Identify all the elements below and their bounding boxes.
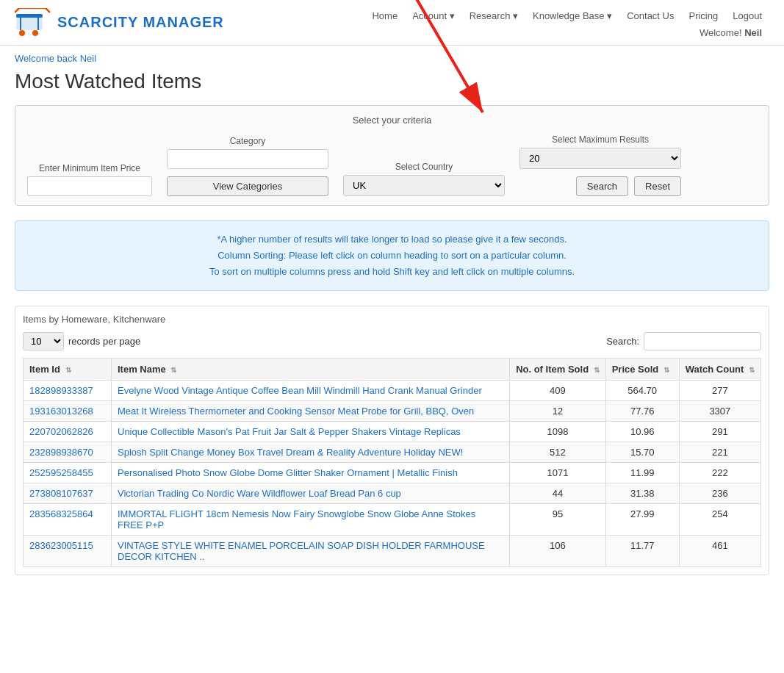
- col-header-sold[interactable]: No. of Item Sold ⇅: [510, 359, 606, 381]
- table-row: 283568325864 IMMORTAL FLIGHT 18cm Nemesi…: [24, 504, 761, 536]
- svg-point-5: [32, 30, 38, 36]
- item-name-link[interactable]: VINTAGE STYLE WHITE ENAMEL PORCELAIN SOA…: [118, 540, 485, 562]
- search-label: Search:: [606, 336, 639, 347]
- min-price-label: Enter Minimum Item Price: [27, 163, 152, 173]
- item-id-link[interactable]: 220702062826: [29, 426, 93, 437]
- search-button[interactable]: Search: [576, 176, 628, 196]
- cell-watch: 277: [679, 381, 760, 401]
- cell-name: Personalised Photo Snow Globe Dome Glitt…: [112, 463, 510, 483]
- country-field: Select Country UK US AU CA DE FR: [343, 162, 505, 196]
- cell-name: Evelyne Wood Vintage Antique Coffee Bean…: [112, 381, 510, 401]
- cell-sold: 12: [510, 401, 606, 422]
- item-name-link[interactable]: Personalised Photo Snow Globe Dome Glitt…: [118, 467, 458, 478]
- item-id-link[interactable]: 193163013268: [29, 406, 93, 417]
- col-header-watch[interactable]: Watch Count ⇅: [679, 359, 760, 381]
- cell-watch: 461: [679, 536, 760, 567]
- country-label: Select Country: [343, 162, 505, 172]
- sort-arrows-id: ⇅: [65, 366, 71, 374]
- nav-research[interactable]: Research ▾: [462, 4, 525, 27]
- logo-icon: [15, 8, 51, 37]
- item-name-link[interactable]: IMMORTAL FLIGHT 18cm Nemesis Now Fairy S…: [118, 508, 475, 530]
- item-name-link[interactable]: Evelyne Wood Vintage Antique Coffee Bean…: [118, 385, 482, 396]
- country-select[interactable]: UK US AU CA DE FR: [343, 175, 505, 196]
- col-header-id[interactable]: Item Id ⇅: [24, 359, 112, 381]
- criteria-title: Select your criteria: [27, 115, 757, 126]
- cell-sold: 106: [510, 536, 606, 567]
- cell-price: 27.99: [605, 504, 679, 536]
- category-input[interactable]: Homeware, Kitchenware: [167, 149, 328, 169]
- reset-button[interactable]: Reset: [634, 176, 681, 196]
- cell-watch: 236: [679, 483, 760, 504]
- item-id-link[interactable]: 283568325864: [29, 508, 93, 519]
- svg-rect-1: [16, 14, 43, 18]
- records-per-page-select[interactable]: 10 25 50 100: [23, 332, 64, 350]
- item-id-link[interactable]: 273808107637: [29, 488, 93, 499]
- cell-name: Unique Collectible Mason's Pat Fruit Jar…: [112, 422, 510, 442]
- cell-watch: 221: [679, 442, 760, 463]
- category-label: Category: [167, 136, 328, 146]
- cell-id: 232898938670: [24, 442, 112, 463]
- table-label: Items by Homeware, Kitchenware: [23, 314, 761, 325]
- table-row: 283623005115 VINTAGE STYLE WHITE ENAMEL …: [24, 536, 761, 567]
- kb-dropdown-icon: ▾: [607, 10, 612, 21]
- col-header-name[interactable]: Item Name ⇅: [112, 359, 510, 381]
- cell-watch: 3307: [679, 401, 760, 422]
- item-id-link[interactable]: 283623005115: [29, 540, 93, 551]
- records-per-page: 10 25 50 100 records per page: [23, 332, 140, 350]
- max-results-select[interactable]: 10 20 50 100: [519, 148, 681, 169]
- cell-id: 220702062826: [24, 422, 112, 442]
- nav-home[interactable]: Home: [364, 4, 405, 27]
- cell-sold: 409: [510, 381, 606, 401]
- welcome-message: Welcome! Neil: [700, 27, 769, 41]
- max-results-label: Select Maximum Results: [519, 134, 681, 145]
- nav-logout[interactable]: Logout: [725, 4, 769, 27]
- nav-account[interactable]: Account ▾: [405, 4, 462, 27]
- cell-name: Splosh Split Change Money Box Travel Dre…: [112, 442, 510, 463]
- cell-price: 11.77: [605, 536, 679, 567]
- table-row: 273808107637 Victorian Trading Co Nordic…: [24, 483, 761, 504]
- cell-id: 252595258455: [24, 463, 112, 483]
- table-search-input[interactable]: [644, 332, 761, 350]
- cell-name: IMMORTAL FLIGHT 18cm Nemesis Now Fairy S…: [112, 504, 510, 536]
- sort-arrows-watch: ⇅: [749, 366, 755, 374]
- item-name-link[interactable]: Unique Collectible Mason's Pat Fruit Jar…: [118, 426, 461, 437]
- cell-name: VINTAGE STYLE WHITE ENAMEL PORCELAIN SOA…: [112, 536, 510, 567]
- cell-price: 10.96: [605, 422, 679, 442]
- item-id-link[interactable]: 182898933387: [29, 385, 93, 396]
- cell-watch: 291: [679, 422, 760, 442]
- item-name-link[interactable]: Splosh Split Change Money Box Travel Dre…: [118, 447, 463, 458]
- cell-watch: 254: [679, 504, 760, 536]
- records-per-page-label: records per page: [68, 336, 140, 347]
- item-id-link[interactable]: 232898938670: [29, 447, 93, 458]
- cell-name: Meat It Wireless Thermometer and Cooking…: [112, 401, 510, 422]
- cell-id: 193163013268: [24, 401, 112, 422]
- cell-price: 15.70: [605, 442, 679, 463]
- username: Neil: [744, 27, 762, 38]
- item-id-link[interactable]: 252595258455: [29, 467, 93, 478]
- cell-price: 31.38: [605, 483, 679, 504]
- research-dropdown-icon: ▾: [513, 10, 518, 21]
- table-row: 220702062826 Unique Collectible Mason's …: [24, 422, 761, 442]
- item-name-link[interactable]: Meat It Wireless Thermometer and Cooking…: [118, 406, 474, 417]
- data-table: Item Id ⇅ Item Name ⇅ No. of Item Sold ⇅…: [23, 358, 761, 567]
- max-results-field: Select Maximum Results 10 20 50 100: [519, 134, 681, 196]
- sort-arrows-name: ⇅: [170, 366, 176, 374]
- table-controls: 10 25 50 100 records per page Search:: [23, 332, 761, 350]
- cell-id: 273808107637: [24, 483, 112, 504]
- cell-id: 283568325864: [24, 504, 112, 536]
- welcome-back-link[interactable]: Welcome back Neil: [15, 53, 769, 64]
- table-section: Items by Homeware, Kitchenware 10 25 50 …: [15, 306, 769, 575]
- cell-sold: 1071: [510, 463, 606, 483]
- nav-knowledge-base[interactable]: Knowledge Base ▾: [525, 4, 619, 27]
- col-header-price[interactable]: Price Sold ⇅: [605, 359, 679, 381]
- view-categories-button[interactable]: View Categories: [167, 176, 328, 196]
- table-row: 252595258455 Personalised Photo Snow Glo…: [24, 463, 761, 483]
- min-price-input[interactable]: 10: [27, 176, 152, 196]
- item-name-link[interactable]: Victorian Trading Co Nordic Ware Wildflo…: [118, 488, 401, 499]
- nav-pricing[interactable]: Pricing: [681, 4, 725, 27]
- cell-price: 564.70: [605, 381, 679, 401]
- account-dropdown-icon: ▾: [450, 10, 455, 21]
- category-field: Category Homeware, Kitchenware View Cate…: [167, 136, 328, 196]
- nav-contact[interactable]: Contact Us: [619, 4, 681, 27]
- info-line3: To sort on multiple columns press and ho…: [26, 264, 758, 280]
